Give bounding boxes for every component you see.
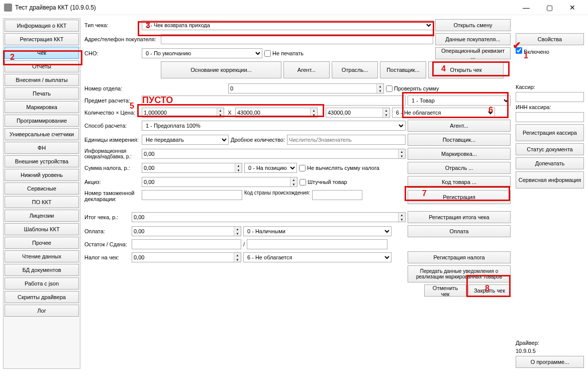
nav-чек[interactable]: Чек: [5, 47, 79, 59]
subject-input[interactable]: [142, 96, 406, 106]
chktax-type-select[interactable]: 6 - Не облагается: [243, 252, 391, 262]
nav-программирование[interactable]: Программирование: [5, 115, 79, 127]
change1-input[interactable]: [132, 239, 241, 249]
nocalc-check[interactable]: Не вычислять сумму налога: [299, 165, 379, 171]
props-button[interactable]: Свойства: [516, 33, 584, 45]
paytype-select[interactable]: 0 - Наличными: [243, 226, 391, 236]
nav-по-ккт[interactable]: ПО ККТ: [5, 196, 79, 208]
label-decl: Номер таможенной декларации:: [84, 190, 140, 202]
unit-select[interactable]: Не передавать: [142, 135, 229, 145]
method-select[interactable]: 1 - Предоплата 100%: [142, 121, 406, 131]
driver-version: 10.9.0.5: [516, 348, 584, 354]
item-supplier-button[interactable]: Поставщик...: [408, 134, 511, 146]
nav-чтение-данных[interactable]: Чтение данных: [5, 250, 79, 262]
sum-spin[interactable]: ▲▼: [326, 108, 390, 118]
item-agent-button[interactable]: Агент...: [408, 120, 511, 132]
label-unit: Единицы измерения:: [84, 137, 140, 143]
right-sidebar: Свойства Включено Кассир: ИНН кассира: Р…: [515, 18, 585, 369]
nav-прочее[interactable]: Прочее: [5, 237, 79, 249]
label-change: Остаток / Сдача:: [84, 241, 130, 247]
noprint-check[interactable]: Не печатать: [264, 50, 304, 57]
excise-spin[interactable]: ▲▼: [142, 177, 298, 187]
chktax-spin[interactable]: ▲▼: [132, 252, 241, 262]
about-button[interactable]: О программе...: [516, 356, 584, 368]
label-method: Способ расчета:: [84, 123, 140, 129]
total-spin[interactable]: ▲▼: [132, 212, 406, 222]
decl-input[interactable]: [142, 190, 242, 200]
nav-фн[interactable]: ФН: [5, 142, 79, 154]
code-button[interactable]: Код товара ...: [408, 176, 511, 188]
item-industry-button[interactable]: Отрасль ...: [408, 162, 511, 174]
check-type-select[interactable]: 2 - Чек возврата прихода: [142, 20, 433, 30]
change2-input[interactable]: [247, 239, 387, 249]
reg-total-button[interactable]: Регистрация итога чека: [408, 211, 511, 223]
cancel-check-button[interactable]: Отменить чек: [424, 285, 466, 297]
pay-spin[interactable]: ▲▼: [132, 226, 241, 236]
titlebar: Тест драйвера ККТ (10.9.0.5) — ▢ ✕: [0, 0, 588, 15]
subject-type-select[interactable]: 1 - Товар: [408, 96, 511, 106]
reg-cashier-button[interactable]: Регистрация кассира: [516, 124, 584, 141]
reg-tax-button[interactable]: Регистрация налога: [408, 251, 511, 263]
min-button[interactable]: —: [515, 0, 538, 15]
pay-button[interactable]: Оплата: [408, 225, 511, 237]
close-check-button[interactable]: Закрыть чек: [468, 285, 511, 297]
agent-button[interactable]: Агент...: [283, 61, 330, 78]
sno-select[interactable]: 0 - По умолчанию: [142, 48, 262, 58]
nav-скрипты-драйвера[interactable]: Скрипты драйвера: [5, 291, 79, 303]
open-shift-button[interactable]: Открыть смену: [435, 19, 511, 31]
nav-лицензии[interactable]: Лицензии: [5, 210, 79, 222]
nav-шаблоны-ккт[interactable]: Шаблоны ККТ: [5, 223, 79, 235]
price-spin[interactable]: ▲▼: [235, 108, 318, 118]
nav-универсальные-счетчики[interactable]: Универсальные счетчики: [5, 128, 79, 140]
nav-лог[interactable]: Лог: [5, 305, 79, 317]
nav-внешние-устройства[interactable]: Внешние устройства: [5, 155, 79, 167]
origin-input[interactable]: [312, 190, 362, 200]
buyer-data-button[interactable]: Данные покупателя...: [435, 33, 511, 45]
label-dept: Номер отдела:: [84, 85, 140, 91]
nav-информация-о-ккт[interactable]: Информация о ККТ: [5, 20, 79, 32]
buyer-addr-input[interactable]: [161, 34, 433, 44]
qty-spin[interactable]: ▲▼: [142, 108, 224, 118]
close-button[interactable]: ✕: [561, 0, 584, 15]
nav-регистрация-ккт[interactable]: Регистрация ККТ: [5, 33, 79, 45]
nav-работа-с-json[interactable]: Работа с json: [5, 277, 79, 290]
taxsum-spin[interactable]: ▲▼: [142, 163, 242, 173]
nav-бд-документов[interactable]: БД документов: [5, 264, 79, 276]
cashier-input[interactable]: [516, 92, 584, 102]
service-button[interactable]: Сервисная информация: [516, 171, 584, 188]
taxpos-select[interactable]: 0 - На позицию: [244, 163, 297, 173]
disc-spin[interactable]: ▲▼: [142, 149, 406, 159]
label-pay: Оплата:: [84, 228, 130, 234]
max-button[interactable]: ▢: [538, 0, 561, 15]
mark-button[interactable]: Маркировка...: [408, 148, 511, 160]
label-taxsum: Сумма налога, р.:: [84, 165, 140, 171]
nav-печать[interactable]: Печать: [5, 87, 79, 100]
industry-button[interactable]: Отрасль...: [332, 61, 378, 78]
nav-отчеты[interactable]: Отчеты: [5, 60, 79, 72]
send-mark-button[interactable]: Передать данные уведомления о реализации…: [408, 265, 511, 282]
label-chktax: Налог на чек:: [84, 254, 130, 260]
oper-req-button[interactable]: Операционный реквизит ...: [435, 47, 511, 59]
label-cashier-inn: ИНН кассира:: [516, 104, 584, 110]
check-sum-check[interactable]: Проверять сумму: [386, 85, 439, 92]
reprint-button[interactable]: Допечатать: [516, 157, 584, 169]
label-frac: Дробное количество:: [231, 137, 285, 143]
nav-внесения-выплаты[interactable]: Внесения / выплаты: [5, 74, 79, 86]
label-origin: Код страны происхождения:: [244, 190, 310, 196]
enabled-check[interactable]: Включено: [516, 47, 584, 55]
cashier-inn-input[interactable]: [516, 112, 584, 122]
nav-нижний-уровень[interactable]: Нижний уровень: [5, 169, 79, 181]
open-check-button[interactable]: Открыть чек: [428, 61, 504, 78]
dept-spin[interactable]: ▲▼: [228, 83, 384, 93]
left-sidebar: Информация о ККТРегистрация ККТЧекОтчеты…: [3, 18, 80, 369]
doc-status-button[interactable]: Статус документа: [516, 143, 584, 155]
piece-check[interactable]: Штучный товар: [300, 179, 347, 185]
tax-select[interactable]: 6 - Не облагается: [392, 108, 495, 118]
supplier-button[interactable]: Поставщик...: [380, 61, 426, 78]
frac-input[interactable]: [287, 135, 406, 145]
main-panel: Тип чека: 2 - Чек возврата прихода Откры…: [82, 18, 513, 369]
register-button[interactable]: Регистрация: [408, 190, 511, 204]
nav-маркировка[interactable]: Маркировка: [5, 101, 79, 113]
correction-button[interactable]: Основание коррекции...: [161, 61, 281, 78]
nav-сервисные[interactable]: Сервисные: [5, 182, 79, 195]
